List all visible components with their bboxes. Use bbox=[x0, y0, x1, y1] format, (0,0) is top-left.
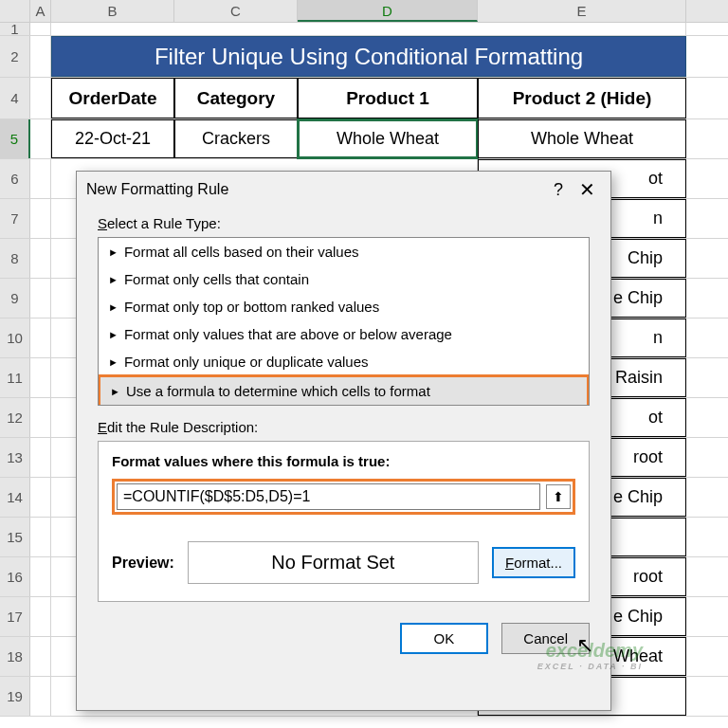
ok-button[interactable]: OK bbox=[400, 623, 489, 654]
col-E[interactable]: E bbox=[478, 0, 686, 22]
col-C[interactable]: C bbox=[174, 0, 298, 22]
row-10[interactable]: 10 bbox=[0, 318, 30, 357]
row-8[interactable]: 8 bbox=[0, 239, 30, 278]
cell-D5-selected[interactable]: Whole Wheat bbox=[298, 119, 478, 158]
preview-label: Preview: bbox=[112, 555, 174, 572]
close-button[interactable]: ✕ bbox=[573, 178, 601, 201]
new-formatting-rule-dialog: New Formatting Rule ? ✕ Select a Rule Ty… bbox=[76, 171, 611, 711]
range-picker-button[interactable]: ⬆ bbox=[546, 484, 571, 509]
row-7[interactable]: 7 bbox=[0, 199, 30, 238]
header-category: Category bbox=[174, 78, 298, 118]
row-16[interactable]: 16 bbox=[0, 557, 30, 596]
row-13[interactable]: 13 bbox=[0, 438, 30, 477]
row-12[interactable]: 12 bbox=[0, 398, 30, 437]
rule-above-below[interactable]: ►Format only values that are above or be… bbox=[99, 320, 589, 348]
bullet-icon: ► bbox=[108, 274, 118, 285]
select-all-corner[interactable] bbox=[0, 0, 30, 22]
preview-box: No Format Set bbox=[188, 541, 479, 584]
format-button[interactable]: Format... bbox=[492, 547, 575, 578]
row-18[interactable]: 18 bbox=[0, 637, 30, 676]
bullet-icon: ► bbox=[108, 246, 118, 258]
page-title: Filter Unique Using Conditional Formatti… bbox=[51, 36, 686, 77]
row-14[interactable]: 14 bbox=[0, 478, 30, 517]
bullet-icon: ► bbox=[110, 386, 120, 397]
header-product1: Product 1 bbox=[298, 78, 478, 118]
collapse-icon: ⬆ bbox=[553, 489, 564, 504]
row-19[interactable]: 19 bbox=[0, 677, 30, 716]
select-rule-type-label: Select a Rule Type: bbox=[98, 215, 590, 231]
row-17[interactable]: 17 bbox=[0, 597, 30, 636]
row-5[interactable]: 5 bbox=[0, 119, 30, 158]
rule-cells-contain[interactable]: ►Format only cells that contain bbox=[99, 265, 589, 293]
bullet-icon: ► bbox=[108, 329, 118, 340]
help-button[interactable]: ? bbox=[544, 180, 573, 200]
rule-top-bottom[interactable]: ►Format only top or bottom ranked values bbox=[99, 293, 589, 320]
formula-highlight: ⬆ bbox=[112, 479, 575, 515]
row-15[interactable]: 15 bbox=[0, 518, 30, 556]
formula-input[interactable] bbox=[117, 483, 540, 510]
col-B[interactable]: B bbox=[51, 0, 174, 22]
row-1[interactable]: 1 bbox=[0, 23, 30, 35]
rule-type-list[interactable]: ►Format all cells based on their values … bbox=[98, 237, 590, 406]
header-orderdate: OrderDate bbox=[51, 78, 174, 118]
dialog-title: New Formatting Rule bbox=[86, 181, 544, 198]
edit-rule-description-label: Edit the Rule Description: bbox=[98, 419, 590, 435]
row-9[interactable]: 9 bbox=[0, 279, 30, 318]
cell-E5[interactable]: Whole Wheat bbox=[478, 119, 686, 158]
row-2[interactable]: 2 bbox=[0, 36, 30, 77]
bullet-icon: ► bbox=[108, 356, 118, 368]
formula-label: Format values where this formula is true… bbox=[112, 453, 575, 469]
bullet-icon: ► bbox=[108, 301, 118, 313]
col-A[interactable]: A bbox=[30, 0, 51, 22]
column-headers: A B C D E bbox=[0, 0, 728, 23]
header-product2: Product 2 (Hide) bbox=[478, 78, 686, 118]
rule-unique-dup[interactable]: ►Format only unique or duplicate values bbox=[99, 348, 589, 375]
cell-C5[interactable]: Crackers bbox=[174, 119, 298, 158]
watermark: exceldemy EXCEL · DATA · BI bbox=[537, 640, 643, 671]
rule-formula-selected[interactable]: ►Use a formula to determine which cells … bbox=[98, 374, 590, 406]
row-4[interactable]: 4 bbox=[0, 78, 30, 118]
row-11[interactable]: 11 bbox=[0, 358, 30, 397]
rule-description-box: Format values where this formula is true… bbox=[98, 441, 590, 602]
col-D[interactable]: D bbox=[298, 0, 478, 22]
rule-all-cells[interactable]: ►Format all cells based on their values bbox=[99, 238, 589, 265]
cell-B5[interactable]: 22-Oct-21 bbox=[51, 119, 174, 158]
row-6[interactable]: 6 bbox=[0, 159, 30, 198]
